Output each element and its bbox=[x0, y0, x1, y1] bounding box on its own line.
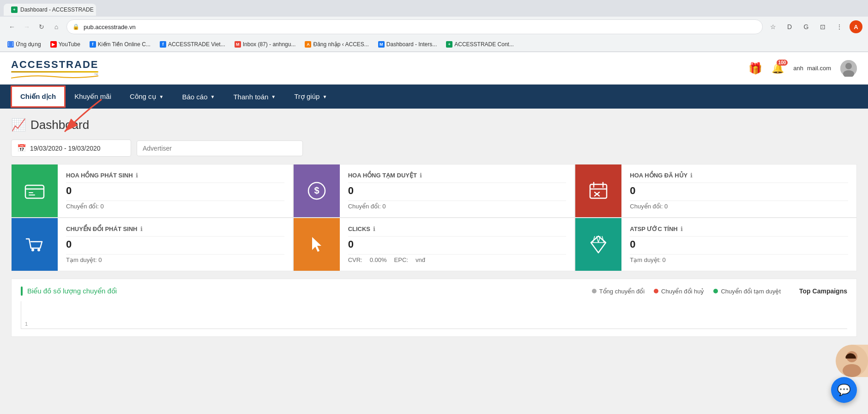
stat-title-text: CLICKS bbox=[348, 225, 370, 232]
nav-menu: Chiến dịch Khuyến mãi Công cụ ▼ Báo cáo … bbox=[0, 85, 868, 109]
stat-divider bbox=[630, 236, 848, 237]
legend-dot-tam-duyet bbox=[713, 289, 718, 293]
stat-sub-label: Tạm duyệt: bbox=[66, 256, 97, 263]
stat-title-row: HOA HỒNG ĐÃ HỦY ℹ bbox=[630, 172, 848, 179]
cast-button[interactable]: ⊡ bbox=[816, 20, 829, 33]
stat-card-hoa-hong-tam-duyet: $ HOA HỒNG TẠM DUYỆT ℹ 0 Chuyển đổi: 0 bbox=[293, 164, 575, 218]
stat-sub-row: CVR: 0.00% EPC: vnđ bbox=[348, 256, 567, 263]
stat-sub-value: 0 bbox=[382, 203, 386, 210]
bookmark-accesstrade-cont[interactable]: + ACCESSTRADE Cont... bbox=[442, 39, 518, 49]
home-button[interactable]: ⌂ bbox=[50, 20, 63, 33]
address-bar[interactable]: 🔒 pub.accesstrade.vn bbox=[66, 19, 763, 34]
stat-card-clicks: CLICKS ℹ 0 CVR: 0.00% EPC: vnđ bbox=[293, 218, 575, 271]
legend-item-tong: Tổng chuyển đổi bbox=[592, 288, 645, 295]
nav-item-bao-cao[interactable]: Báo cáo ▼ bbox=[173, 86, 224, 107]
stat-icon-green bbox=[12, 164, 58, 217]
stat-divider2 bbox=[630, 254, 848, 255]
user-avatar[interactable] bbox=[840, 60, 857, 77]
bookmark-accesstrade-viet-favicon: f bbox=[160, 41, 166, 48]
nav-item-cong-cu[interactable]: Công cụ ▼ bbox=[121, 86, 173, 107]
stat-value: 0 bbox=[630, 185, 848, 197]
active-tab[interactable]: + Dashboard - ACCESSTRADE bbox=[4, 4, 96, 16]
stat-content-hoa-hong-phat-sinh: HOA HỒNG PHÁT SINH ℹ 0 Chuyển đổi: 0 bbox=[58, 164, 293, 217]
stat-card-atsp-uoc-tinh: ATSP ƯỚC TÍNH ℹ 0 Tạm duyệt: 0 bbox=[575, 218, 857, 271]
bookmark-star-button[interactable]: ☆ bbox=[766, 20, 779, 33]
stat-sub: Chuyển đổi: 0 bbox=[348, 203, 567, 210]
nav-buttons: ← → ↻ ⌂ bbox=[6, 20, 63, 33]
logo-area: ACCESSTRADE ™ bbox=[11, 59, 98, 78]
gift-icon[interactable]: 🎁 bbox=[748, 62, 762, 75]
stat-value: 0 bbox=[630, 238, 848, 250]
bookmark-apps[interactable]: ⋮⋮ Ứng dụng bbox=[4, 39, 45, 49]
bookmark-apps-label: Ứng dụng bbox=[16, 41, 41, 48]
bookmark-dang-nhap-favicon: A bbox=[305, 41, 311, 48]
calendar-x-icon bbox=[586, 179, 610, 203]
stat-sub: Chuyển đổi: 0 bbox=[630, 203, 848, 210]
bookmark-accesstrade-viet[interactable]: f ACCESSTRADE Viet... bbox=[156, 39, 229, 49]
bookmark-accesstrade-cont-label: ACCESSTRADE Cont... bbox=[454, 41, 514, 48]
legend-label-tam-duyet: Chuyển đổi tạm duyệt bbox=[721, 288, 781, 295]
stat-title-row: ATSP ƯỚC TÍNH ℹ bbox=[630, 225, 848, 232]
forward-button[interactable]: → bbox=[20, 20, 33, 33]
stat-value: 0 bbox=[348, 238, 567, 250]
svg-point-17 bbox=[37, 249, 40, 251]
cursor-icon bbox=[305, 232, 329, 256]
lock-icon: 🔒 bbox=[72, 24, 79, 30]
stat-divider bbox=[66, 183, 284, 183]
stat-value: 0 bbox=[348, 185, 567, 197]
browser-chrome: + Dashboard - ACCESSTRADE ← → ↻ ⌂ 🔒 pub.… bbox=[0, 0, 868, 52]
user-info: anh mail.com bbox=[793, 65, 831, 72]
stat-sub-value: 0 bbox=[101, 203, 104, 210]
nav-thanh-toan-label: Thanh toán bbox=[233, 93, 268, 101]
stat-sub-label: Chuyển đổi: bbox=[348, 203, 381, 210]
advertiser-input[interactable] bbox=[137, 140, 303, 156]
stat-info-icon[interactable]: ℹ bbox=[140, 225, 143, 232]
top-campaigns-label: Top Campaigns bbox=[799, 287, 847, 295]
stat-content-chuyen-doi-phat-sinh: CHUYỂN ĐỔI PHÁT SINH ℹ 0 Tạm duyệt: 0 bbox=[58, 218, 293, 271]
browser-toolbar: ← → ↻ ⌂ 🔒 pub.accesstrade.vn ☆ D G ⊡ ⋮ A bbox=[0, 17, 868, 37]
stat-divider2 bbox=[630, 201, 848, 201]
bookmark-dashboard-inters-favicon: M bbox=[378, 41, 385, 48]
nav-bao-cao-label: Báo cáo bbox=[182, 93, 207, 101]
extensions-g-button[interactable]: G bbox=[800, 20, 813, 33]
cvr-value: 0.00% bbox=[370, 256, 387, 263]
toolbar-icons: ☆ D G ⊡ ⋮ A bbox=[766, 20, 862, 33]
profile-button[interactable]: A bbox=[850, 20, 862, 33]
stat-content-clicks: CLICKS ℹ 0 CVR: 0.00% EPC: vnđ bbox=[340, 218, 575, 271]
stat-info-icon[interactable]: ℹ bbox=[681, 225, 683, 232]
stat-value: 0 bbox=[66, 238, 284, 250]
stats-grid: HOA HỒNG PHÁT SINH ℹ 0 Chuyển đổi: 0 $ bbox=[11, 164, 857, 271]
bookmark-inbox[interactable]: M Inbox (87) - anhngu... bbox=[231, 39, 300, 49]
stat-sub: Chuyển đổi: 0 bbox=[66, 203, 284, 210]
header-right: 🎁 🔔 100 anh mail.com bbox=[748, 60, 857, 77]
bookmark-inbox-label: Inbox (87) - anhngu... bbox=[243, 41, 296, 48]
main-content: 📈 Dashboard 📅 19/03/2020 - 19/03/2020 bbox=[0, 109, 868, 346]
stat-divider bbox=[348, 236, 567, 237]
stat-info-icon[interactable]: ℹ bbox=[690, 172, 693, 179]
menu-button[interactable]: ⋮ bbox=[833, 20, 846, 33]
back-button[interactable]: ← bbox=[6, 20, 18, 33]
red-arrow-annotation bbox=[28, 95, 120, 150]
legend-item-tam-duyet: Chuyển đổi tạm duyệt bbox=[713, 288, 781, 295]
stat-info-icon[interactable]: ℹ bbox=[420, 172, 422, 179]
svg-rect-10 bbox=[590, 184, 607, 198]
page-title-icon: 📈 bbox=[11, 118, 26, 132]
stat-divider bbox=[66, 236, 284, 237]
bookmark-kiem-tien[interactable]: f Kiếm Tiền Online C... bbox=[86, 39, 154, 49]
stat-info-icon[interactable]: ℹ bbox=[136, 172, 138, 179]
user-email-partial: mail.com bbox=[807, 65, 831, 72]
bookmark-youtube[interactable]: ▶ YouTube bbox=[47, 39, 84, 49]
stat-icon-purple: $ bbox=[294, 164, 340, 217]
extensions-d-button[interactable]: D bbox=[783, 20, 796, 33]
bell-container[interactable]: 🔔 100 bbox=[772, 62, 784, 74]
nav-item-thanh-toan[interactable]: Thanh toán ▼ bbox=[224, 86, 285, 107]
bookmark-dashboard-inters[interactable]: M Dashboard - Inters... bbox=[374, 39, 440, 49]
logo-text: ACCESSTRADE bbox=[11, 59, 98, 70]
nav-item-tro-giup[interactable]: Trợ giúp ▼ bbox=[285, 86, 336, 107]
stat-title-row: HOA HỒNG PHÁT SINH ℹ bbox=[66, 172, 284, 179]
bookmark-dang-nhap[interactable]: A Đăng nhập ‹ ACCES... bbox=[301, 39, 372, 49]
logo: ACCESSTRADE ™ bbox=[11, 59, 98, 78]
stat-title-text: HOA HỒNG PHÁT SINH bbox=[66, 172, 133, 179]
refresh-button[interactable]: ↻ bbox=[35, 20, 48, 33]
stat-info-icon[interactable]: ℹ bbox=[373, 225, 375, 232]
